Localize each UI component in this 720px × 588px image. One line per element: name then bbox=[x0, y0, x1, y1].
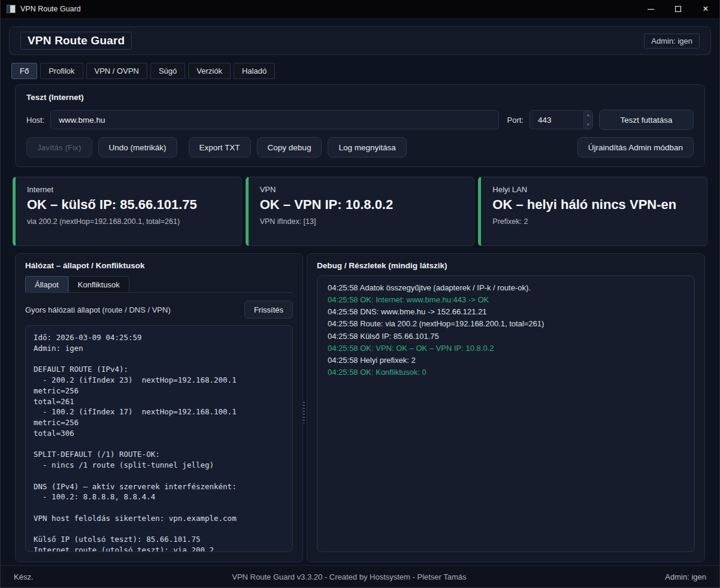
quick-status-row: Gyors hálózati állapot (route / DNS / VP… bbox=[25, 301, 293, 319]
subtab-konfliktusok[interactable]: Konfliktusok bbox=[68, 276, 129, 292]
status-bar: Kész. VPN Route Guard v3.3.20 - Created … bbox=[1, 565, 719, 587]
card-label: Helyi LAN bbox=[492, 185, 695, 194]
debug-panel-title: Debug / Részletek (mindig látszik) bbox=[317, 261, 695, 270]
refresh-button[interactable]: Frissítés bbox=[244, 301, 293, 319]
open-log-button[interactable]: Log megnyitása bbox=[328, 137, 406, 157]
network-status-panel: Hálózat – állapot / Konfliktusok Állapot… bbox=[15, 253, 303, 562]
log-line: 04:25:58 Adatok összegyűjtve (adapterek … bbox=[328, 282, 684, 294]
internet-status-card: Internet OK – külső IP: 85.66.101.75 via… bbox=[13, 177, 242, 246]
tab-verziok[interactable]: Verziók bbox=[188, 63, 231, 79]
card-label: Internet bbox=[27, 185, 230, 194]
network-subtab-bar: Állapot Konfliktusok bbox=[25, 276, 293, 293]
panel-splitter-grip[interactable] bbox=[302, 402, 306, 423]
minimize-icon bbox=[648, 9, 654, 10]
log-line: 04:25:58 OK: Konfliktusok: 0 bbox=[328, 366, 684, 378]
spinner-up-icon[interactable]: ▲ bbox=[584, 111, 592, 120]
lan-status-card: Helyi LAN OK – helyi háló nincs VPN-en P… bbox=[478, 177, 707, 246]
fix-button[interactable]: Javítás (Fix) bbox=[26, 137, 92, 157]
page-title: VPN Route Guard bbox=[20, 32, 132, 50]
log-line: 04:25:58 Helyi prefixek: 2 bbox=[328, 354, 684, 366]
host-row: Host: Port: ▲ ▼ Teszt futtatása bbox=[26, 110, 694, 130]
window-title: VPN Route Guard bbox=[20, 5, 81, 13]
minimize-button[interactable] bbox=[637, 0, 664, 18]
tab-fo[interactable]: Fő bbox=[11, 63, 37, 79]
app-header: VPN Route Guard Admin: igen bbox=[9, 26, 711, 55]
main-tab-bar: Fő Profilok VPN / OVPN Súgó Verziók Hala… bbox=[11, 63, 711, 79]
card-label: VPN bbox=[260, 185, 463, 194]
run-test-button[interactable]: Teszt futtatása bbox=[599, 110, 694, 130]
copy-debug-button[interactable]: Copy debug bbox=[257, 137, 322, 157]
vpn-status-card: VPN OK – VPN IP: 10.8.0.2 VPN ifIndex: [… bbox=[246, 177, 475, 246]
network-status-textbox[interactable]: Idő: 2026-03-09 04:25:59 Admin: igen DEF… bbox=[25, 325, 293, 552]
card-headline: OK – helyi háló nincs VPN-en bbox=[492, 197, 695, 213]
version-text: VPN Route Guard v3.3.20 - Created by Hos… bbox=[34, 572, 665, 581]
close-button[interactable]: × bbox=[692, 0, 719, 18]
host-input[interactable] bbox=[50, 110, 498, 129]
card-headline: OK – VPN IP: 10.8.0.2 bbox=[260, 197, 463, 213]
subtab-allapot[interactable]: Állapot bbox=[25, 276, 68, 292]
tab-sugo[interactable]: Súgó bbox=[150, 63, 185, 79]
port-label: Port: bbox=[507, 116, 524, 125]
title-bar: VPN Route Guard × bbox=[1, 0, 719, 18]
test-internet-panel: Teszt (Internet) Host: Port: ▲ ▼ Teszt f… bbox=[15, 84, 705, 167]
maximize-button[interactable] bbox=[664, 0, 692, 18]
card-headline: OK – külső IP: 85.66.101.75 bbox=[27, 197, 230, 213]
log-line: 04:25:58 OK: Internet: www.bme.hu:443 ->… bbox=[328, 294, 684, 306]
export-txt-button[interactable]: Export TXT bbox=[189, 137, 251, 157]
log-line: 04:25:58 OK: VPN: OK – OK – VPN IP: 10.8… bbox=[328, 343, 684, 354]
main-content: VPN Route Guard Admin: igen Fő Profilok … bbox=[1, 18, 719, 562]
restart-admin-button[interactable]: Újraindítás Admin módban bbox=[577, 137, 694, 157]
network-panel-title: Hálózat – állapot / Konfliktusok bbox=[25, 261, 293, 270]
spinner-down-icon[interactable]: ▼ bbox=[584, 120, 592, 129]
quick-status-label: Gyors hálózati állapot (route / DNS / VP… bbox=[25, 305, 244, 314]
tab-vpn-ovpn[interactable]: VPN / OVPN bbox=[86, 63, 147, 79]
status-text: Kész. bbox=[14, 572, 34, 581]
card-detail: via 200.2 (nextHop=192.168.200.1, total=… bbox=[27, 217, 230, 226]
test-panel-title: Teszt (Internet) bbox=[26, 93, 694, 102]
tab-halado[interactable]: Haladó bbox=[234, 63, 275, 79]
test-actions-row: Javítás (Fix) Undo (metrikák) Export TXT… bbox=[26, 137, 694, 157]
log-line: 04:25:58 DNS: www.bme.hu -> 152.66.121.2… bbox=[328, 306, 684, 318]
card-detail: Prefixek: 2 bbox=[492, 217, 695, 226]
tab-profilok[interactable]: Profilok bbox=[40, 63, 83, 79]
card-detail: VPN ifIndex: [13] bbox=[260, 217, 463, 226]
debug-log-box[interactable]: 04:25:58 Adatok összegyűjtve (adapterek … bbox=[317, 275, 695, 552]
log-line: 04:25:58 Külső IP: 85.66.101.75 bbox=[328, 331, 684, 343]
host-label: Host: bbox=[26, 116, 44, 125]
undo-metrics-button[interactable]: Undo (metrikák) bbox=[98, 137, 177, 157]
log-line: 04:25:58 Route: via 200.2 (nextHop=192.1… bbox=[328, 318, 684, 330]
debug-panel: Debug / Részletek (mindig látszik) 04:25… bbox=[307, 253, 705, 562]
close-icon: × bbox=[703, 4, 708, 14]
app-window: VPN Route Guard × VPN Route Guard Admin:… bbox=[0, 0, 720, 588]
footer-admin-text: Admin: igen bbox=[665, 572, 706, 581]
status-cards-row: Internet OK – külső IP: 85.66.101.75 via… bbox=[13, 177, 707, 246]
port-stepper: ▲ ▼ bbox=[530, 110, 593, 129]
app-icon bbox=[7, 5, 16, 13]
bottom-panels-row: Hálózat – állapot / Konfliktusok Állapot… bbox=[15, 253, 705, 562]
port-spinner: ▲ ▼ bbox=[583, 111, 592, 129]
admin-badge: Admin: igen bbox=[644, 34, 700, 49]
maximize-icon bbox=[675, 6, 681, 12]
